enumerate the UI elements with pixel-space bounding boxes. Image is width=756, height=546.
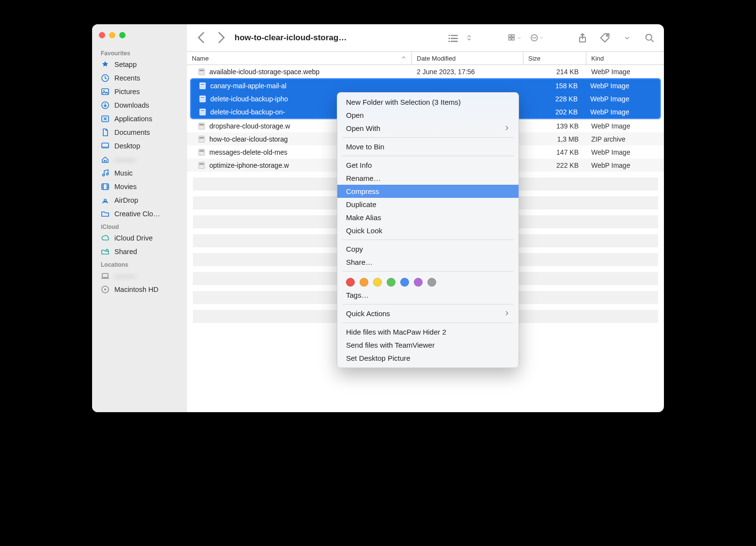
desktop-icon bbox=[101, 142, 110, 150]
tag-color[interactable] bbox=[427, 278, 436, 287]
menu-item[interactable]: Share… bbox=[337, 256, 519, 269]
sidebar-item[interactable]: AirDrop bbox=[97, 193, 182, 207]
minimize-window-button[interactable] bbox=[109, 32, 115, 38]
svg-rect-37 bbox=[199, 123, 205, 129]
column-name[interactable]: Name bbox=[187, 52, 412, 64]
file-name: canary-mail-apple-mail-al bbox=[210, 82, 286, 90]
menu-item[interactable]: Duplicate bbox=[337, 198, 519, 211]
file-name: delete-icloud-backup-ipho bbox=[210, 95, 288, 103]
sidebar-item[interactable]: Setapp bbox=[97, 58, 182, 71]
menu-item[interactable]: Hide files with MacPaw Hider 2 bbox=[337, 325, 519, 338]
tags-button[interactable] bbox=[598, 31, 612, 45]
menu-item[interactable]: Make Alias bbox=[337, 211, 519, 224]
zoom-window-button[interactable] bbox=[119, 32, 126, 38]
menu-item[interactable]: Set Desktop Picture bbox=[337, 352, 519, 365]
menu-item[interactable]: Compress bbox=[337, 185, 519, 198]
menu-item[interactable]: Tags… bbox=[337, 289, 519, 302]
sidebar-item[interactable]: Documents bbox=[97, 126, 182, 139]
menu-item[interactable]: Copy bbox=[337, 242, 519, 256]
svg-rect-44 bbox=[200, 163, 204, 165]
menu-item[interactable]: Quick Actions bbox=[337, 307, 519, 320]
sidebar-item[interactable]: Creative Clo… bbox=[97, 207, 182, 221]
context-menu[interactable]: New Folder with Selection (3 Items)OpenO… bbox=[337, 92, 519, 368]
file-kind: WebP Image bbox=[585, 82, 661, 90]
sidebar-item[interactable]: Macintosh HD bbox=[97, 283, 182, 296]
menu-item[interactable]: Open With bbox=[337, 122, 519, 135]
file-row[interactable]: canary-mail-apple-mail-al158 KBWebP Imag… bbox=[190, 79, 661, 92]
folder-icon bbox=[101, 209, 110, 218]
menu-item-label: Quick Look bbox=[346, 226, 382, 235]
sidebar-item[interactable]: Applications bbox=[97, 112, 182, 126]
menu-item-label: Get Info bbox=[346, 161, 372, 169]
tag-color[interactable] bbox=[400, 278, 409, 287]
cloud-icon bbox=[101, 234, 110, 242]
svg-rect-34 bbox=[201, 97, 205, 98]
sidebar-item-label: Creative Clo… bbox=[114, 210, 160, 218]
tag-color[interactable] bbox=[387, 278, 395, 287]
sidebar-item[interactable]: Downloads bbox=[97, 98, 182, 112]
view-list-button[interactable] bbox=[447, 31, 460, 45]
menu-item[interactable]: Open bbox=[337, 109, 519, 122]
tag-color[interactable] bbox=[373, 278, 382, 287]
column-size[interactable]: Size bbox=[523, 52, 586, 64]
sidebar-item[interactable]: iCloud Drive bbox=[97, 231, 182, 245]
sidebar-item[interactable]: Recents bbox=[97, 71, 182, 85]
menu-item-label: Hide files with MacPaw Hider 2 bbox=[346, 328, 446, 336]
column-kind[interactable]: Kind bbox=[586, 52, 664, 64]
share-button[interactable] bbox=[576, 31, 589, 45]
sidebar-item[interactable]: ——— bbox=[97, 153, 182, 166]
menu-item[interactable]: Move to Bin bbox=[337, 140, 519, 153]
menu-item-label: Rename… bbox=[346, 174, 381, 182]
finder-window: FavouritesSetappRecentsPicturesDownloads… bbox=[92, 24, 664, 412]
forward-button[interactable] bbox=[214, 31, 228, 45]
menu-item[interactable]: Get Info bbox=[337, 159, 519, 172]
file-size: 214 KB bbox=[523, 68, 586, 76]
column-headers: Name Date Modified Size Kind bbox=[187, 51, 664, 65]
sidebar-item[interactable]: Pictures bbox=[97, 85, 182, 98]
action-menu-button[interactable] bbox=[530, 31, 544, 45]
sidebar-item[interactable]: Music bbox=[97, 166, 182, 180]
menu-item[interactable]: Quick Look bbox=[337, 224, 519, 237]
tag-color[interactable] bbox=[360, 278, 368, 287]
sidebar-item[interactable]: Movies bbox=[97, 180, 182, 193]
sidebar-item[interactable]: ——— bbox=[97, 269, 182, 283]
file-size: 1,3 MB bbox=[523, 135, 586, 143]
sidebar: FavouritesSetappRecentsPicturesDownloads… bbox=[92, 24, 187, 412]
svg-rect-38 bbox=[200, 124, 204, 126]
sidebar-item-label: Macintosh HD bbox=[114, 286, 158, 293]
menu-item[interactable]: Rename… bbox=[337, 172, 519, 185]
sidebar-item[interactable]: Desktop bbox=[97, 139, 182, 153]
menu-item-label: Make Alias bbox=[346, 213, 381, 222]
tag-color[interactable] bbox=[346, 278, 355, 287]
search-button[interactable] bbox=[643, 31, 656, 45]
back-button[interactable] bbox=[195, 31, 208, 45]
menu-item-label: New Folder with Selection (3 Items) bbox=[346, 98, 461, 106]
music-icon bbox=[101, 169, 110, 177]
svg-rect-39 bbox=[199, 136, 205, 142]
menu-separator bbox=[342, 156, 514, 156]
file-name: delete-icloud-backup-on- bbox=[210, 108, 285, 116]
file-row[interactable]: available-icloud-storage-space.webp2 Jun… bbox=[187, 65, 664, 78]
file-name: available-icloud-storage-space.webp bbox=[209, 68, 319, 76]
laptop-icon bbox=[101, 272, 110, 280]
sidebar-item-label: Desktop bbox=[114, 142, 140, 150]
view-sort-toggle[interactable] bbox=[462, 31, 476, 45]
sidebar-item-label: ——— bbox=[114, 156, 136, 163]
file-size: 228 KB bbox=[522, 95, 585, 103]
menu-item[interactable]: Send files with TeamViewer bbox=[337, 338, 519, 352]
overflow-button[interactable] bbox=[620, 31, 634, 45]
menu-item-label: Copy bbox=[346, 245, 363, 253]
shared-icon bbox=[101, 247, 110, 256]
column-date[interactable]: Date Modified bbox=[412, 52, 523, 64]
file-kind: WebP Image bbox=[585, 108, 661, 116]
chevron-right-icon bbox=[504, 309, 510, 318]
sidebar-item[interactable]: Shared bbox=[97, 245, 182, 258]
file-size: 147 KB bbox=[523, 148, 586, 156]
clock-icon bbox=[101, 74, 110, 82]
close-window-button[interactable] bbox=[99, 32, 105, 38]
sidebar-item-label: Recents bbox=[114, 74, 140, 82]
tag-color[interactable] bbox=[414, 278, 423, 287]
group-button[interactable] bbox=[508, 31, 521, 45]
tag-color-row bbox=[337, 274, 519, 289]
menu-item[interactable]: New Folder with Selection (3 Items) bbox=[337, 96, 519, 109]
